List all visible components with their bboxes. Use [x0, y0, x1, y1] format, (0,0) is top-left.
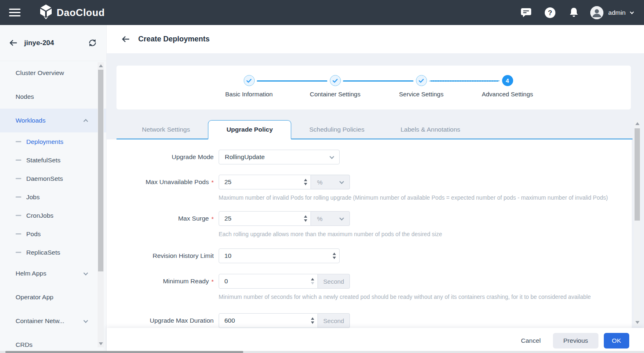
sidebar-scrollbar[interactable] [98, 62, 104, 347]
max-surge-input[interactable] [219, 211, 311, 226]
spinner [309, 315, 316, 326]
sidebar-item-helm-apps[interactable]: Helm Apps [0, 262, 106, 285]
sidebar-item-jobs[interactable]: Jobs [0, 188, 106, 206]
spinner-down-button[interactable] [311, 282, 314, 285]
page-header: Create Deployments [107, 25, 644, 53]
scroll-down-arrow-icon[interactable] [635, 321, 639, 324]
sidebar-header: jinye-204 [0, 25, 106, 61]
step-number-badge: 4 [502, 75, 513, 86]
upgrade-policy-form: Upgrade Mode RollingUpdate Max Unavailab… [107, 139, 632, 353]
chat-icon[interactable] [521, 7, 532, 18]
spinner-up-button[interactable] [311, 278, 314, 280]
dash-icon [16, 252, 21, 253]
sidebar-item-deployments[interactable]: Deployments [0, 132, 106, 151]
sidebar-item-cronjobs[interactable]: CronJobs [0, 206, 106, 225]
tab-scheduling-policies[interactable]: Scheduling Policies [291, 120, 382, 139]
spinner-down-button[interactable] [304, 183, 307, 185]
spinner-down-button[interactable] [304, 219, 307, 222]
sidebar-item-crds[interactable]: CRDs [0, 333, 106, 353]
page-back-button[interactable] [121, 36, 130, 43]
step-basic-information[interactable]: Basic Information [204, 75, 294, 98]
cancel-button[interactable]: Cancel [521, 337, 541, 344]
user-menu[interactable]: admin [590, 6, 633, 19]
step-advanced-settings[interactable]: 4 Advanced Settings [462, 75, 553, 98]
horizontal-scrollbar-thumb[interactable] [5, 351, 243, 353]
sidebar-item-workloads[interactable]: Workloads [0, 109, 106, 132]
brand-name: DaoCloud [57, 7, 105, 18]
username: admin [608, 9, 626, 16]
required-marker: * [211, 215, 214, 222]
tab-upgrade-policy[interactable]: Upgrade Policy [208, 120, 291, 139]
form-row-max-surge: Max Surge* % [107, 211, 632, 226]
step-check-icon [416, 75, 427, 86]
sidebar-item-cluster-overview[interactable]: Cluster Overview [0, 61, 106, 85]
spinner-up-button[interactable] [304, 215, 307, 218]
max-unavailable-unit-select[interactable]: % [311, 175, 350, 189]
sidebar-item-pods[interactable]: Pods [0, 225, 106, 243]
field-help-text: Each rolling upgrade allows more than th… [219, 230, 621, 239]
sidebar: jinye-204 Cluster Overview Nodes Workloa… [0, 25, 107, 353]
step-service-settings[interactable]: Service Settings [376, 75, 466, 98]
form-row-revision-history-limit: Revision History Limit [107, 248, 632, 263]
page-title: Create Deployments [138, 35, 210, 43]
max-surge-unit-select[interactable]: % [311, 211, 350, 226]
dash-icon [16, 159, 21, 161]
sidebar-item-daemonsets[interactable]: DaemonSets [0, 169, 106, 188]
ok-button[interactable]: OK [604, 333, 629, 348]
field-label: Max Unavailable Pods* [107, 175, 219, 189]
content-scrollbar[interactable] [634, 120, 640, 326]
form-row-upgrade-mode: Upgrade Mode RollingUpdate [107, 150, 632, 164]
cluster-name: jinye-204 [24, 39, 88, 47]
content-scrollbar-thumb[interactable] [635, 128, 640, 221]
cluster-switch-icon[interactable] [88, 39, 97, 47]
required-marker: * [211, 278, 214, 285]
dash-icon [16, 215, 21, 216]
minimum-ready-input[interactable] [219, 274, 318, 289]
sidebar-item-nodes[interactable]: Nodes [0, 85, 106, 109]
wizard-footer: Cancel Previous OK [107, 328, 644, 353]
spinner-down-button[interactable] [333, 257, 336, 259]
previous-button[interactable]: Previous [553, 333, 598, 348]
spinner-up-button[interactable] [333, 253, 336, 255]
hamburger-menu-icon[interactable] [9, 7, 21, 18]
chevron-down-icon [630, 10, 634, 14]
scroll-up-arrow-icon[interactable] [99, 64, 103, 67]
form-row-max-unavailable-pods: Max Unavailable Pods* % [107, 175, 632, 189]
spinner-up-button[interactable] [311, 317, 314, 320]
field-label: Revision History Limit [107, 248, 219, 263]
scroll-up-arrow-icon[interactable] [635, 122, 639, 125]
sidebar-item-container-network[interactable]: Container Netw... [0, 309, 106, 333]
chevron-down-icon [83, 271, 88, 275]
horizontal-scrollbar[interactable] [0, 351, 644, 353]
max-unavailable-input[interactable] [219, 175, 311, 189]
spinner-down-button[interactable] [311, 321, 314, 324]
cluster-back-button[interactable] [9, 39, 18, 46]
step-check-icon [244, 75, 255, 86]
spinner [302, 177, 309, 187]
step-check-icon [330, 75, 341, 86]
help-icon[interactable]: ? [544, 7, 556, 18]
upgrade-mode-select[interactable]: RollingUpdate [219, 150, 340, 164]
tab-network-settings[interactable]: Network Settings [124, 120, 208, 139]
chevron-down-icon [339, 216, 344, 220]
upgrade-max-duration-unit: Second [318, 313, 350, 328]
sidebar-item-operator-app[interactable]: Operator App [0, 285, 106, 309]
sidebar-item-replicasets[interactable]: ReplicaSets [0, 243, 106, 262]
spinner [302, 213, 309, 224]
sidebar-item-statefulsets[interactable]: StatefulSets [0, 151, 106, 169]
field-help-text: Maximum number of invalid Pods for rolli… [219, 193, 621, 203]
notifications-bell-icon[interactable] [568, 7, 580, 18]
daocloud-logo-icon [39, 5, 53, 21]
field-label: Upgrade Max Duration [107, 313, 219, 328]
revision-history-limit-input[interactable] [219, 248, 340, 263]
upgrade-max-duration-input[interactable] [219, 313, 318, 328]
scroll-down-arrow-icon[interactable] [99, 342, 103, 345]
field-label: Upgrade Mode [107, 150, 219, 164]
sidebar-scrollbar-thumb[interactable] [98, 70, 103, 271]
stepper: Basic Information Container Settings Ser… [116, 66, 631, 109]
brand: DaoCloud [39, 5, 105, 21]
step-container-settings[interactable]: Container Settings [290, 75, 380, 98]
required-marker: * [211, 179, 214, 186]
tab-labels-annotations[interactable]: Labels & Annotations [382, 120, 478, 139]
spinner-up-button[interactable] [304, 179, 307, 181]
